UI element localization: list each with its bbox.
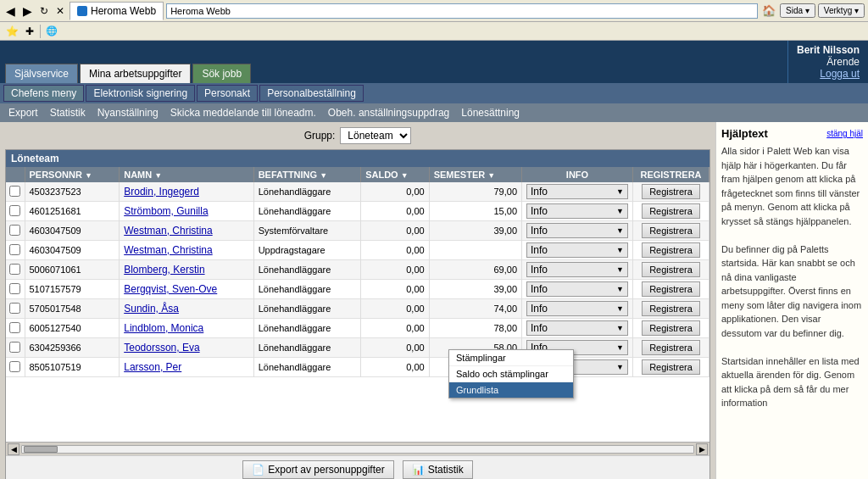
address-input[interactable] [166, 3, 758, 19]
cell-registrera[interactable]: Registrera [633, 358, 709, 377]
cell-namn[interactable]: Blomberg, Kerstin [120, 260, 253, 280]
cell-namn[interactable]: Lindblom, Monica [120, 319, 253, 338]
cell-registrera[interactable]: Registrera [633, 221, 709, 241]
cell-info[interactable]: Info▼ [522, 241, 633, 260]
cell-personnr: 5107157579 [25, 280, 120, 299]
col-personnr[interactable]: PERSONNR ▼ [25, 167, 120, 182]
row-checkbox[interactable] [9, 361, 20, 372]
cell-registrera[interactable]: Registrera [633, 338, 709, 358]
tab-selvservice[interactable]: Självservice [5, 64, 78, 83]
info-dropdown-btn[interactable]: Info▼ [526, 320, 628, 336]
row-checkbox[interactable] [9, 244, 20, 255]
cell-namn[interactable]: Larsson, Per [120, 358, 253, 377]
cell-info[interactable]: Info▼ [522, 221, 633, 241]
cell-namn[interactable]: Strömbom, Gunilla [120, 202, 253, 221]
registrera-button[interactable]: Registrera [642, 359, 700, 375]
group-select[interactable]: Löneteam [340, 127, 411, 144]
cell-info[interactable]: Info▼ [522, 280, 633, 299]
cell-namn[interactable]: Sundin, Åsa [120, 299, 253, 319]
row-checkbox[interactable] [9, 264, 20, 275]
info-dropdown-btn[interactable]: Info▼ [526, 242, 628, 258]
col-befattning[interactable]: BEFATTNING ▼ [253, 167, 361, 182]
cell-registrera[interactable]: Registrera [633, 260, 709, 280]
registrera-button[interactable]: Registrera [642, 223, 700, 238]
row-checkbox[interactable] [9, 303, 20, 314]
page-button[interactable]: Sida ▾ [780, 3, 815, 18]
back-icon[interactable]: ◀ [3, 4, 18, 18]
cell-registrera[interactable]: Registrera [633, 319, 709, 338]
scroll-right-btn[interactable]: ▶ [696, 443, 708, 455]
info-dropdown-btn[interactable]: Info▼ [526, 281, 628, 297]
info-dropdown-btn[interactable]: Info▼ [526, 223, 628, 238]
cell-registrera[interactable]: Registrera [633, 182, 709, 202]
add-icon[interactable]: ✚ [23, 25, 36, 38]
logout-link[interactable]: Logga ut [797, 68, 860, 80]
registrera-button[interactable]: Registrera [642, 203, 700, 219]
dropdown-item-grundlista[interactable]: Grundlista [449, 382, 573, 398]
registrera-button[interactable]: Registrera [642, 242, 700, 258]
obeh-anstallning-btn[interactable]: Obeh. anställningsuppdrag [323, 105, 454, 120]
tools-button[interactable]: Verktyg ▾ [818, 3, 865, 18]
tab-mina-arbetsuppgifter[interactable]: Mina arbetsuppgifter [80, 64, 191, 83]
cell-namn[interactable]: Westman, Christina [120, 241, 253, 260]
scroll-track[interactable] [21, 445, 694, 454]
refresh-icon[interactable]: ↻ [37, 5, 51, 17]
forward-icon[interactable]: ▶ [20, 4, 35, 18]
info-dropdown-btn[interactable]: Info▼ [526, 184, 628, 199]
cell-info[interactable]: Info▼ [522, 202, 633, 221]
row-checkbox[interactable] [9, 186, 20, 197]
col-semester[interactable]: SEMESTER ▼ [429, 167, 521, 182]
star-icon[interactable]: ⭐ [3, 25, 21, 38]
horizontal-scrollbar[interactable]: ◀ ▶ [6, 442, 709, 455]
cell-namn[interactable]: Brodin, Ingegerd [120, 182, 253, 202]
cell-registrera[interactable]: Registrera [633, 202, 709, 221]
info-dropdown-btn[interactable]: Info▼ [526, 301, 628, 316]
col-namn[interactable]: NAMN ▼ [120, 167, 253, 182]
cell-namn[interactable]: Bergqvist, Sven-Ove [120, 280, 253, 299]
statistik-button[interactable]: 📊 Statistik [403, 460, 473, 479]
row-checkbox[interactable] [9, 205, 20, 216]
dropdown-item-saldo-stamplingar[interactable]: Saldo och stämplingar [449, 366, 573, 382]
elektronisk-signering-btn[interactable]: Elektronisk signering [86, 85, 195, 102]
tab-sok-jobb[interactable]: Sök jobb [192, 64, 251, 83]
registrera-button[interactable]: Registrera [642, 320, 700, 336]
dropdown-item-stamplingar[interactable]: Stämplingar [449, 350, 573, 366]
cell-registrera[interactable]: Registrera [633, 280, 709, 299]
browser-tab[interactable]: Heroma Webb [70, 2, 164, 20]
row-checkbox[interactable] [9, 322, 20, 333]
export-button[interactable]: 📄 Export av personuppgifter [242, 460, 393, 479]
col-saldo[interactable]: SALDO ▼ [361, 167, 429, 182]
info-dropdown-btn[interactable]: Info▼ [526, 262, 628, 277]
registrera-button[interactable]: Registrera [642, 281, 700, 297]
lonesattning-btn[interactable]: Lönesättning [456, 105, 525, 120]
stop-icon[interactable]: ✕ [53, 5, 67, 17]
row-checkbox[interactable] [9, 283, 20, 294]
cell-registrera[interactable]: Registrera [633, 241, 709, 260]
home-icon[interactable]: 🏠 [760, 4, 777, 17]
cell-namn[interactable]: Westman, Christina [120, 221, 253, 241]
row-checkbox[interactable] [9, 225, 20, 236]
cell-info[interactable]: Info▼ [522, 182, 633, 202]
help-close-link[interactable]: stäng hjäl [826, 129, 863, 138]
skicka-meddelande-btn[interactable]: Skicka meddelande till löneadm. [165, 105, 321, 120]
registrera-button[interactable]: Registrera [642, 301, 700, 316]
nyanstallning-nav-btn[interactable]: Nyanställning [92, 105, 164, 120]
cell-registrera[interactable]: Registrera [633, 299, 709, 319]
cell-info[interactable]: Info▼ [522, 299, 633, 319]
info-dropdown-menu[interactable]: Stämplingar Saldo och stämplingar Grundl… [448, 349, 574, 398]
info-dropdown-btn[interactable]: Info▼ [526, 203, 628, 219]
registrera-button[interactable]: Registrera [642, 340, 700, 355]
statistik-nav-btn[interactable]: Statistik [45, 105, 91, 120]
scroll-thumb[interactable] [24, 446, 58, 453]
personalbestallning-btn[interactable]: Personalbeställning [259, 85, 364, 102]
registrera-button[interactable]: Registrera [642, 262, 700, 277]
cell-info[interactable]: Info▼ [522, 319, 633, 338]
scroll-left-btn[interactable]: ◀ [8, 443, 19, 455]
row-checkbox[interactable] [9, 342, 20, 353]
personakt-btn[interactable]: Personakt [197, 85, 258, 102]
cell-namn[interactable]: Teodorsson, Eva [120, 338, 253, 358]
cell-info[interactable]: Info▼ [522, 260, 633, 280]
registrera-button[interactable]: Registrera [642, 184, 700, 199]
export-nav-btn[interactable]: Export [3, 105, 43, 120]
chefens-meny-btn[interactable]: Chefens meny [3, 85, 84, 102]
